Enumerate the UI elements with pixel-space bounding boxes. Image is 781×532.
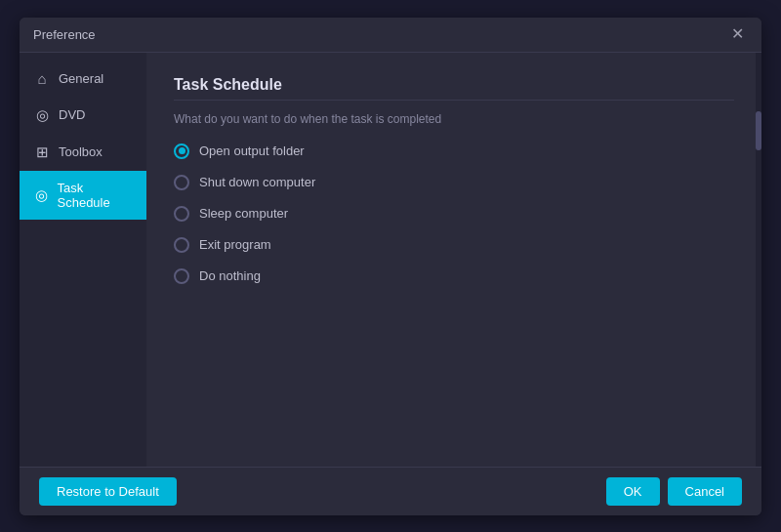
- radio-open-output-folder[interactable]: [174, 143, 189, 159]
- toolbox-icon: ⊞: [33, 143, 51, 161]
- radio-label-sleep-computer: Sleep computer: [199, 206, 288, 221]
- radio-sleep-computer[interactable]: [174, 206, 189, 222]
- radio-exit-program[interactable]: [174, 237, 189, 253]
- sidebar-label-dvd: DVD: [59, 107, 85, 122]
- dialog-title: Preference: [33, 27, 96, 42]
- radio-label-shut-down-computer: Shut down computer: [199, 175, 315, 189]
- radio-item-exit-program[interactable]: Exit program: [174, 237, 734, 253]
- content-area: Task Schedule What do you want to do whe…: [146, 53, 761, 467]
- radio-item-shut-down-computer[interactable]: Shut down computer: [174, 175, 734, 190]
- radio-label-open-output-folder: Open output folder: [199, 143, 305, 158]
- sidebar-item-general[interactable]: ⌂ General: [20, 61, 146, 97]
- radio-group: Open output folder Shut down computer Sl…: [174, 143, 734, 284]
- radio-item-do-nothing[interactable]: Do nothing: [174, 268, 734, 284]
- restore-default-button[interactable]: Restore to Default: [39, 477, 177, 506]
- radio-item-open-output-folder[interactable]: Open output folder: [174, 143, 734, 159]
- sidebar-item-dvd[interactable]: ◎ DVD: [20, 97, 146, 134]
- sidebar-label-toolbox: Toolbox: [59, 144, 103, 159]
- radio-shut-down-computer[interactable]: [174, 175, 189, 190]
- content-subtitle: What do you want to do when the task is …: [174, 112, 734, 126]
- radio-label-do-nothing: Do nothing: [199, 268, 261, 283]
- radio-item-sleep-computer[interactable]: Sleep computer: [174, 206, 734, 222]
- radio-label-exit-program: Exit program: [199, 237, 271, 252]
- preference-dialog: Preference ✕ ⌂ General ◎ DVD ⊞ Toolbox ◎…: [20, 18, 761, 515]
- cancel-button[interactable]: Cancel: [668, 477, 742, 506]
- title-bar: Preference ✕: [20, 18, 761, 53]
- sidebar-label-task-schedule: Task Schedule: [58, 181, 134, 210]
- radio-do-nothing[interactable]: [174, 268, 189, 284]
- close-button[interactable]: ✕: [727, 24, 748, 44]
- scrollbar-thumb[interactable]: [756, 111, 761, 150]
- task-schedule-icon: ◎: [33, 186, 50, 204]
- dialog-body: ⌂ General ◎ DVD ⊞ Toolbox ◎ Task Schedul…: [20, 53, 761, 467]
- sidebar-label-general: General: [59, 71, 103, 86]
- sidebar-item-task-schedule[interactable]: ◎ Task Schedule: [20, 171, 146, 220]
- title-divider: [174, 100, 734, 101]
- sidebar: ⌂ General ◎ DVD ⊞ Toolbox ◎ Task Schedul…: [20, 53, 146, 467]
- footer-right-buttons: OK Cancel: [606, 477, 742, 506]
- dvd-icon: ◎: [33, 106, 51, 124]
- ok-button[interactable]: OK: [606, 477, 660, 506]
- scrollbar-track: [756, 53, 761, 467]
- footer: Restore to Default OK Cancel: [20, 467, 761, 515]
- home-icon: ⌂: [33, 70, 51, 87]
- content-title: Task Schedule: [174, 76, 734, 94]
- sidebar-item-toolbox[interactable]: ⊞ Toolbox: [20, 134, 146, 171]
